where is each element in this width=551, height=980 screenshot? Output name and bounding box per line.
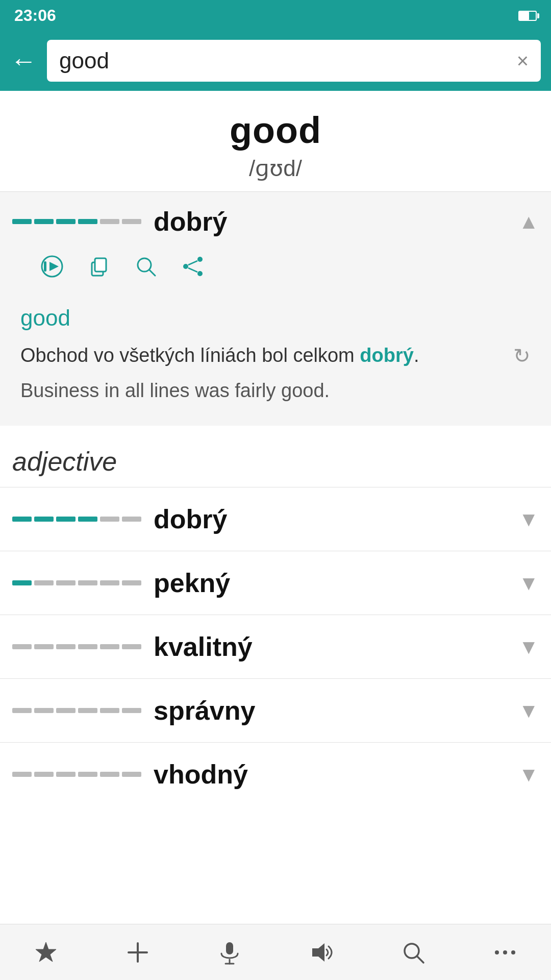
translation-entry-collapsed: vhodný ▼ <box>0 742 551 806</box>
svg-point-8 <box>197 271 203 276</box>
translation-header-collapsed[interactable]: vhodný ▼ <box>0 743 551 806</box>
translation-header-collapsed[interactable]: kvalitný ▼ <box>0 615 551 678</box>
nav-search[interactable] <box>401 940 425 965</box>
expand-icon[interactable]: ▼ <box>518 635 539 658</box>
word-phonetic: /ɡʊd/ <box>10 155 541 181</box>
example-sentences: Obchod vo všetkých líniách bol celkom do… <box>20 341 503 405</box>
collapse-icon[interactable]: ▲ <box>518 210 539 233</box>
back-button[interactable]: ← <box>10 47 37 74</box>
expand-icon[interactable]: ▼ <box>518 508 539 531</box>
freq-bar <box>78 517 97 522</box>
freq-bar <box>100 772 119 777</box>
freq-bars <box>12 580 141 585</box>
freq-bar <box>12 708 32 713</box>
freq-bar <box>12 219 32 224</box>
freq-bar <box>122 644 141 649</box>
adjective-section: adjective <box>0 426 551 487</box>
svg-point-23 <box>511 950 515 954</box>
freq-bar <box>56 219 76 224</box>
refresh-icon[interactable]: ↻ <box>513 344 531 368</box>
freq-bar <box>78 772 97 777</box>
expand-icon[interactable]: ▼ <box>518 699 539 722</box>
share-icon[interactable] <box>182 255 204 283</box>
status-bar: 23:06 <box>0 0 551 31</box>
freq-bar <box>100 644 119 649</box>
freq-bar <box>78 708 97 713</box>
example-source-word: good <box>20 305 531 331</box>
copy-icon[interactable] <box>88 255 110 283</box>
svg-line-11 <box>188 268 197 272</box>
section-label: adjective <box>12 447 117 476</box>
expand-icon[interactable]: ▼ <box>518 572 539 595</box>
svg-line-6 <box>149 270 155 276</box>
word-header: good /ɡʊd/ <box>0 91 551 191</box>
freq-bar <box>12 644 32 649</box>
freq-bar <box>122 580 141 585</box>
svg-point-22 <box>503 950 507 954</box>
clear-button[interactable]: × <box>517 50 529 72</box>
freq-bar <box>12 772 32 777</box>
svg-rect-4 <box>95 258 106 272</box>
first-translation-entry: dobrý ▲ <box>0 191 551 426</box>
translation-word-collapsed: správny <box>154 695 506 726</box>
freq-bar <box>100 219 119 224</box>
bottom-nav <box>0 924 551 980</box>
search-bar: ← good × <box>0 31 551 91</box>
freq-bar <box>78 644 97 649</box>
freq-bar <box>100 517 119 522</box>
nav-speaker[interactable] <box>309 940 334 965</box>
translation-word-collapsed: dobrý <box>154 504 506 534</box>
freq-bars <box>12 772 141 777</box>
translation-header-collapsed[interactable]: dobrý ▼ <box>0 487 551 551</box>
freq-bar <box>100 580 119 585</box>
search-icon[interactable] <box>135 255 157 283</box>
example-sk-highlight: dobrý <box>360 345 414 366</box>
freq-bars <box>12 644 141 649</box>
action-icons <box>0 251 551 295</box>
svg-marker-18 <box>312 943 324 962</box>
svg-line-10 <box>188 261 197 265</box>
freq-bar <box>56 580 76 585</box>
nav-more[interactable] <box>493 940 517 965</box>
freq-bar <box>122 517 141 522</box>
freq-bar <box>56 644 76 649</box>
freq-bar <box>12 580 32 585</box>
svg-point-7 <box>197 257 203 262</box>
freq-bar <box>34 772 54 777</box>
freq-bar <box>56 708 76 713</box>
svg-line-20 <box>417 956 423 963</box>
example-sk-after: . <box>414 345 419 366</box>
translation-entry-collapsed: dobrý ▼ <box>0 487 551 551</box>
nav-add[interactable] <box>126 940 150 965</box>
svg-point-9 <box>183 264 188 269</box>
freq-bar <box>34 580 54 585</box>
translation-header-collapsed[interactable]: pekný ▼ <box>0 551 551 615</box>
first-translation-word: dobrý <box>154 206 506 237</box>
search-input-container: good × <box>47 40 541 82</box>
search-input[interactable]: good <box>59 48 517 74</box>
freq-bar <box>34 644 54 649</box>
nav-favorites[interactable] <box>34 940 58 965</box>
svg-rect-15 <box>226 942 233 954</box>
status-right <box>518 6 537 25</box>
freq-bar <box>122 772 141 777</box>
translation-entry-collapsed: pekný ▼ <box>0 551 551 615</box>
svg-marker-1 <box>49 262 59 271</box>
freq-bar <box>34 517 54 522</box>
freq-bars <box>12 517 141 522</box>
translation-word-collapsed: kvalitný <box>154 631 506 662</box>
collapsed-translations-list: dobrý ▼ pekný ▼ kvalitný ▼ správny ▼ vho… <box>0 487 551 806</box>
svg-point-21 <box>495 950 499 954</box>
first-translation-header[interactable]: dobrý ▲ <box>0 192 551 251</box>
translation-entry-collapsed: kvalitný ▼ <box>0 615 551 678</box>
status-time: 23:06 <box>14 6 56 25</box>
nav-microphone[interactable] <box>217 940 242 965</box>
freq-bar <box>78 219 97 224</box>
freq-bar <box>34 708 54 713</box>
play-audio-icon[interactable] <box>41 255 63 283</box>
example-sk-before: Obchod vo všetkých líniách bol celkom <box>20 345 360 366</box>
translation-header-collapsed[interactable]: správny ▼ <box>0 679 551 742</box>
example-sentence-row: Obchod vo všetkých líniách bol celkom do… <box>20 341 531 405</box>
svg-rect-2 <box>44 261 46 272</box>
expand-icon[interactable]: ▼ <box>518 763 539 786</box>
